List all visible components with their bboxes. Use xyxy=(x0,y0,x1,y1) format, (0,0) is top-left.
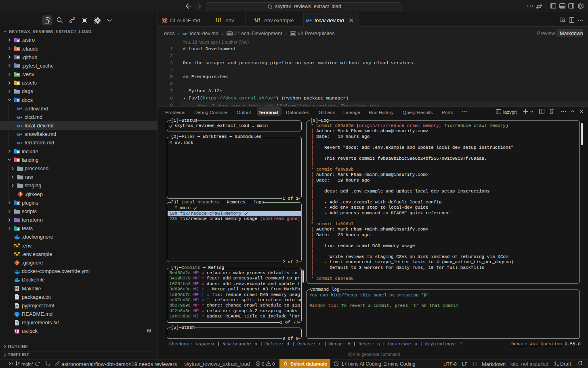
svg-text:abc: abc xyxy=(227,32,232,35)
svg-text:M: M xyxy=(17,123,20,128)
svg-text:abc: abc xyxy=(291,32,296,35)
svg-text:M: M xyxy=(17,106,20,111)
svg-text:M: M xyxy=(183,32,186,36)
svg-text:M: M xyxy=(17,115,20,119)
svg-text:M: M xyxy=(306,18,309,22)
svg-text:M: M xyxy=(17,141,20,145)
svg-text:M: M xyxy=(17,132,20,136)
